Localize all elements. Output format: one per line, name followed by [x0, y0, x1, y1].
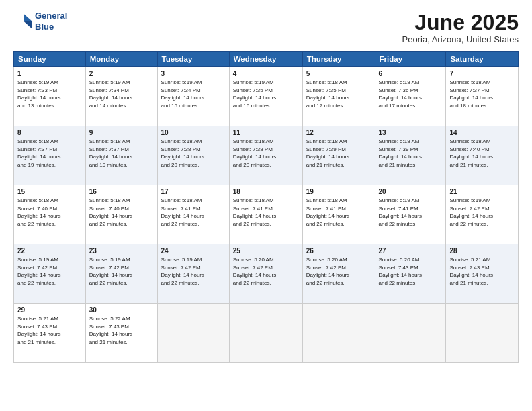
day-info: Sunrise: 5:20 AMSunset: 7:42 PMDaylight:…: [306, 257, 349, 286]
day-number: 13: [379, 129, 443, 136]
day-info: Sunrise: 5:20 AMSunset: 7:43 PMDaylight:…: [379, 257, 422, 286]
day-number: 28: [449, 247, 515, 255]
day-info: Sunrise: 5:18 AMSunset: 7:38 PMDaylight:…: [161, 138, 204, 168]
calendar-week-row: 15 Sunrise: 5:18 AMSunset: 7:40 PMDaylig…: [14, 185, 519, 244]
svg-marker-2: [24, 21, 32, 29]
day-info: Sunrise: 5:19 AMSunset: 7:41 PMDaylight:…: [379, 197, 422, 227]
day-number: 2: [89, 70, 154, 77]
day-info: Sunrise: 5:20 AMSunset: 7:42 PMDaylight:…: [233, 257, 276, 286]
day-info: Sunrise: 5:18 AMSunset: 7:39 PMDaylight:…: [306, 138, 349, 168]
day-info: Sunrise: 5:19 AMSunset: 7:35 PMDaylight:…: [233, 79, 276, 109]
table-row: [302, 304, 375, 363]
calendar-table: Sunday Monday Tuesday Wednesday Thursday…: [13, 51, 519, 363]
day-number: 24: [161, 247, 226, 255]
table-row: 26 Sunrise: 5:20 AMSunset: 7:42 PMDaylig…: [302, 244, 375, 304]
logo-icon: [13, 12, 32, 31]
day-info: Sunrise: 5:21 AMSunset: 7:43 PMDaylight:…: [449, 257, 492, 286]
table-row: 7 Sunrise: 5:18 AMSunset: 7:37 PMDayligh…: [446, 67, 519, 126]
day-info: Sunrise: 5:18 AMSunset: 7:37 PMDaylight:…: [17, 138, 60, 168]
table-row: 29 Sunrise: 5:21 AMSunset: 7:43 PMDaylig…: [14, 304, 86, 363]
day-number: 19: [306, 188, 371, 195]
table-row: 24 Sunrise: 5:19 AMSunset: 7:42 PMDaylig…: [157, 244, 229, 304]
day-number: 17: [161, 188, 226, 195]
table-row: 14 Sunrise: 5:18 AMSunset: 7:40 PMDaylig…: [446, 126, 519, 185]
day-info: Sunrise: 5:18 AMSunset: 7:36 PMDaylight:…: [379, 79, 422, 109]
table-row: 8 Sunrise: 5:18 AMSunset: 7:37 PMDayligh…: [14, 126, 86, 185]
calendar-week-row: 29 Sunrise: 5:21 AMSunset: 7:43 PMDaylig…: [14, 304, 519, 363]
table-row: 4 Sunrise: 5:19 AMSunset: 7:35 PMDayligh…: [229, 67, 302, 126]
day-number: 16: [89, 188, 154, 195]
day-number: 1: [17, 70, 82, 77]
day-info: Sunrise: 5:19 AMSunset: 7:42 PMDaylight:…: [17, 257, 60, 286]
day-number: 20: [379, 188, 443, 195]
day-info: Sunrise: 5:19 AMSunset: 7:34 PMDaylight:…: [89, 79, 132, 109]
day-number: 23: [89, 247, 154, 255]
table-row: 21 Sunrise: 5:19 AMSunset: 7:42 PMDaylig…: [446, 185, 519, 244]
table-row: 27 Sunrise: 5:20 AMSunset: 7:43 PMDaylig…: [375, 244, 446, 304]
day-info: Sunrise: 5:18 AMSunset: 7:35 PMDaylight:…: [306, 79, 349, 109]
logo-line1: General: [35, 11, 67, 21]
table-row: [229, 304, 302, 363]
location: Peoria, Arizona, United States: [402, 34, 519, 44]
day-number: 10: [161, 129, 226, 136]
col-monday: Monday: [85, 52, 157, 67]
day-number: 30: [89, 306, 154, 314]
month-title: June 2025: [402, 11, 519, 34]
table-row: 9 Sunrise: 5:18 AMSunset: 7:37 PMDayligh…: [85, 126, 157, 185]
table-row: 25 Sunrise: 5:20 AMSunset: 7:42 PMDaylig…: [229, 244, 302, 304]
day-info: Sunrise: 5:19 AMSunset: 7:42 PMDaylight:…: [449, 197, 492, 227]
day-info: Sunrise: 5:18 AMSunset: 7:37 PMDaylight:…: [89, 138, 132, 168]
day-number: 15: [17, 188, 82, 195]
day-number: 26: [306, 247, 371, 255]
col-saturday: Saturday: [446, 52, 519, 67]
table-row: 22 Sunrise: 5:19 AMSunset: 7:42 PMDaylig…: [14, 244, 86, 304]
col-friday: Friday: [375, 52, 446, 67]
day-number: 4: [233, 70, 299, 77]
logo-line2: Blue: [35, 21, 67, 32]
table-row: [446, 304, 519, 363]
calendar-header-row: Sunday Monday Tuesday Wednesday Thursday…: [14, 52, 519, 67]
day-number: 29: [17, 306, 82, 314]
table-row: 17 Sunrise: 5:18 AMSunset: 7:41 PMDaylig…: [157, 185, 229, 244]
svg-marker-1: [24, 14, 32, 21]
table-row: 23 Sunrise: 5:19 AMSunset: 7:42 PMDaylig…: [85, 244, 157, 304]
day-info: Sunrise: 5:19 AMSunset: 7:34 PMDaylight:…: [161, 79, 204, 109]
day-info: Sunrise: 5:21 AMSunset: 7:43 PMDaylight:…: [17, 316, 60, 345]
table-row: 20 Sunrise: 5:19 AMSunset: 7:41 PMDaylig…: [375, 185, 446, 244]
day-number: 11: [233, 129, 299, 136]
col-tuesday: Tuesday: [157, 52, 229, 67]
day-info: Sunrise: 5:22 AMSunset: 7:43 PMDaylight:…: [89, 316, 132, 345]
table-row: 11 Sunrise: 5:18 AMSunset: 7:38 PMDaylig…: [229, 126, 302, 185]
day-number: 27: [379, 247, 443, 255]
table-row: 1 Sunrise: 5:19 AMSunset: 7:33 PMDayligh…: [14, 67, 86, 126]
title-block: June 2025 Peoria, Arizona, United States: [402, 11, 519, 44]
day-info: Sunrise: 5:18 AMSunset: 7:40 PMDaylight:…: [449, 138, 492, 168]
day-info: Sunrise: 5:18 AMSunset: 7:41 PMDaylight:…: [161, 197, 204, 227]
day-number: 3: [161, 70, 226, 77]
day-number: 25: [233, 247, 299, 255]
table-row: 5 Sunrise: 5:18 AMSunset: 7:35 PMDayligh…: [302, 67, 375, 126]
day-number: 22: [17, 247, 82, 255]
table-row: 18 Sunrise: 5:18 AMSunset: 7:41 PMDaylig…: [229, 185, 302, 244]
table-row: 12 Sunrise: 5:18 AMSunset: 7:39 PMDaylig…: [302, 126, 375, 185]
day-info: Sunrise: 5:18 AMSunset: 7:41 PMDaylight:…: [233, 197, 276, 227]
day-number: 14: [449, 129, 515, 136]
logo: General Blue: [13, 11, 67, 32]
svg-rect-3: [13, 14, 24, 29]
day-info: Sunrise: 5:18 AMSunset: 7:39 PMDaylight:…: [379, 138, 422, 168]
table-row: 10 Sunrise: 5:18 AMSunset: 7:38 PMDaylig…: [157, 126, 229, 185]
table-row: [375, 304, 446, 363]
page: General Blue June 2025 Peoria, Arizona, …: [0, 0, 532, 411]
day-number: 21: [449, 188, 515, 195]
day-info: Sunrise: 5:19 AMSunset: 7:33 PMDaylight:…: [17, 79, 60, 109]
day-number: 7: [449, 70, 515, 77]
day-info: Sunrise: 5:18 AMSunset: 7:40 PMDaylight:…: [89, 197, 132, 227]
day-info: Sunrise: 5:19 AMSunset: 7:42 PMDaylight:…: [161, 257, 204, 286]
table-row: 3 Sunrise: 5:19 AMSunset: 7:34 PMDayligh…: [157, 67, 229, 126]
table-row: 15 Sunrise: 5:18 AMSunset: 7:40 PMDaylig…: [14, 185, 86, 244]
table-row: [157, 304, 229, 363]
day-number: 6: [379, 70, 443, 77]
day-info: Sunrise: 5:18 AMSunset: 7:40 PMDaylight:…: [17, 197, 60, 227]
day-number: 18: [233, 188, 299, 195]
calendar-week-row: 22 Sunrise: 5:19 AMSunset: 7:42 PMDaylig…: [14, 244, 519, 304]
